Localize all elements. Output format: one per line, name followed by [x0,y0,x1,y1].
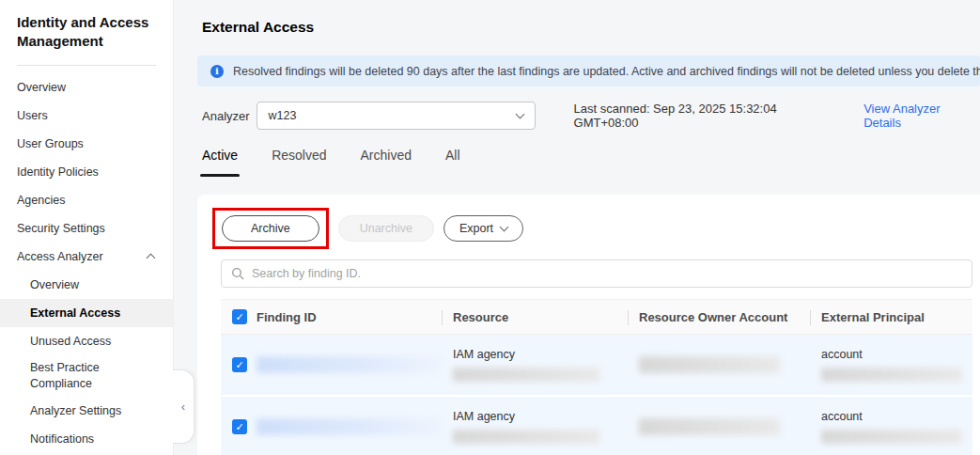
checkmark-icon: ✓ [235,360,243,370]
tab-archived[interactable]: Archived [361,145,412,177]
sidebar-subitem-best-practice-compliance[interactable]: Best Practice Compliance [0,355,173,397]
cell-resource-owner [628,335,810,395]
info-icon: i [210,65,224,78]
resource-type-label: IAM agency [453,347,628,363]
table-row: ✓ IAM agency account [221,335,972,397]
findings-table: ✓ Finding ID Resource Resource Owner Acc… [221,299,972,455]
iam-console: Identity and Access Management Overview … [0,0,980,455]
tab-resolved[interactable]: Resolved [272,145,326,177]
toolbar: Archive Unarchive Export [197,195,980,248]
sidebar-item-label: Agencies [17,194,65,207]
sidebar-item-label: Identity Policies [17,165,99,179]
sidebar-item-label: Overview [17,81,66,94]
sidebar-item-label: Users [17,109,48,122]
tab-all[interactable]: All [445,145,460,177]
table-row: ✓ IAM agency account [221,397,972,455]
archive-highlight-box: Archive [212,208,329,249]
sidebar-collapse-handle[interactable]: ‹ [173,369,194,444]
export-button[interactable]: Export [443,215,523,242]
sidebar-subitem-external-access[interactable]: External Access [0,299,173,327]
sidebar-subitem-unused-access[interactable]: Unused Access [0,327,173,355]
banner-text: Resolved findings will be deleted 90 day… [233,65,980,78]
header-cell-external-principal: External Principal [810,300,972,334]
sidebar-subitem-label: Unused Access [30,335,111,348]
sidebar-item-label: User Groups [17,137,84,150]
row-checkbox[interactable]: ✓ [232,357,247,372]
cell-resource: IAM agency [442,335,628,395]
principal-type-label: account [821,409,972,425]
redacted-owner-account [639,356,780,373]
cell-external-principal: account [810,335,972,395]
sidebar: Identity and Access Management Overview … [0,0,174,455]
column-label: Resource Owner Account [639,310,787,324]
column-label: Resource [453,310,508,324]
view-analyzer-details-link[interactable]: View Analyzer Details [863,102,980,130]
cell-finding-id: ✓ [221,397,442,455]
search-icon [231,267,244,280]
cell-resource: IAM agency [442,397,628,455]
export-button-label: Export [459,222,493,235]
sidebar-title: Identity and Access Management [0,0,173,63]
sidebar-item-access-analyzer[interactable]: Access Analyzer [0,243,173,271]
header-cell-resource-owner: Resource Owner Account [628,300,810,334]
sidebar-subitem-label: External Access [30,306,120,320]
table-header: ✓ Finding ID Resource Resource Owner Acc… [221,299,972,335]
analyzer-row: Analyzer w123 Last scanned: Sep 23, 2025… [202,102,980,130]
analyzer-select[interactable]: w123 [257,102,536,130]
sidebar-item-users[interactable]: Users [0,102,173,130]
checkmark-icon: ✓ [235,422,243,432]
chevron-up-icon [147,254,156,263]
sidebar-item-user-groups[interactable]: User Groups [0,130,173,158]
redacted-principal-value [821,430,962,444]
findings-card: Archive Unarchive Export ✓ Findi [197,195,980,455]
sidebar-subitem-aa-overview[interactable]: Overview [0,271,173,299]
search-bar [221,259,972,288]
sidebar-item-security-settings[interactable]: Security Settings [0,214,173,243]
analyzer-label: Analyzer [202,109,250,123]
redacted-resource-name [453,368,599,382]
select-all-checkbox[interactable]: ✓ [232,309,247,324]
tab-active[interactable]: Active [202,145,238,177]
redacted-finding-id-link[interactable] [257,356,441,373]
search-input[interactable] [252,267,962,280]
main-content: External Access i Resolved findings will… [174,0,980,455]
sidebar-item-identity-policies[interactable]: Identity Policies [0,158,173,186]
last-scanned-text: Last scanned: Sep 23, 2025 15:32:04 GMT+… [574,102,844,130]
sidebar-subitem-notifications[interactable]: Notifications [0,425,173,453]
principal-type-label: account [821,347,972,363]
redacted-principal-value [821,368,962,382]
analyzer-selected-value: w123 [269,109,517,122]
sidebar-subitem-label: Analyzer Settings [30,404,121,417]
redacted-owner-account [639,418,780,435]
findings-tabs: Active Resolved Archived All [202,145,980,177]
info-banner: i Resolved findings will be deleted 90 d… [197,55,980,86]
sidebar-item-label: Security Settings [17,222,105,235]
sidebar-subitem-label: Best Practice Compliance [30,360,133,392]
collapse-sidebar-icon: ‹ [181,400,185,413]
column-label: Finding ID [257,310,317,324]
sidebar-item-label: Access Analyzer [17,250,103,263]
column-label: External Principal [821,310,925,324]
sidebar-subitem-label: Overview [30,278,79,291]
cell-external-principal: account [810,397,972,455]
chevron-down-icon [500,222,509,231]
sidebar-item-agencies[interactable]: Agencies [0,186,173,214]
sidebar-subitem-analyzer-settings[interactable]: Analyzer Settings [0,397,173,425]
checkmark-icon: ✓ [235,312,243,322]
redacted-finding-id-link[interactable] [257,418,441,435]
archive-button[interactable]: Archive [222,215,319,242]
resource-type-label: IAM agency [453,409,628,425]
page-title: External Access [174,0,980,36]
header-cell-finding-id: ✓ Finding ID [221,300,442,334]
header-cell-resource: Resource [442,300,628,334]
chevron-down-icon [515,110,524,119]
cell-resource-owner [628,397,810,455]
sidebar-item-overview[interactable]: Overview [0,73,173,102]
sidebar-subitem-label: Notifications [30,432,94,446]
unarchive-button[interactable]: Unarchive [338,215,434,242]
cell-finding-id: ✓ [221,335,442,395]
redacted-resource-name [453,430,599,444]
row-checkbox[interactable]: ✓ [232,419,247,434]
sidebar-divider [17,65,156,66]
